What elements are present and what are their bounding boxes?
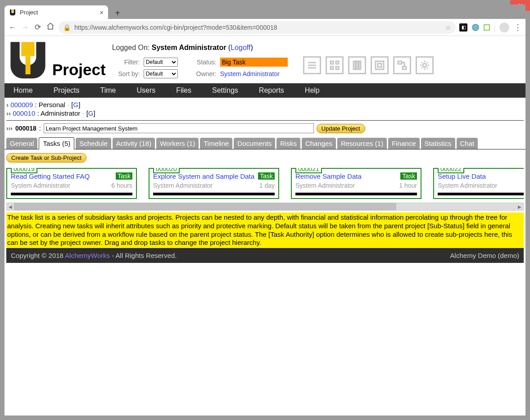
settings-icon[interactable]: [416, 56, 434, 74]
task-number: 000019: [11, 168, 37, 173]
svg-rect-14: [378, 63, 381, 67]
tab-resources[interactable]: Resources (1): [337, 138, 387, 149]
nav-users[interactable]: Users: [132, 86, 160, 95]
task-card[interactable]: 000019 Read Getting Started FAQ Task Sys…: [6, 168, 137, 199]
update-project-button[interactable]: Update Project: [317, 124, 365, 133]
extension-icon-2[interactable]: [472, 24, 479, 31]
tab-tasks[interactable]: Tasks (5): [39, 137, 74, 149]
tab-finance[interactable]: Finance: [388, 138, 419, 149]
logoff-link[interactable]: Logoff: [231, 44, 250, 51]
forward-button: →: [21, 23, 30, 32]
header-info: Logged On: System Administrator (Logoff)…: [112, 44, 434, 81]
back-button[interactable]: ←: [8, 23, 17, 32]
url-text: https://www.alchemyworks.com/cgi-bin/pro…: [74, 24, 442, 31]
svg-point-17: [423, 63, 426, 67]
nav-settings[interactable]: Settings: [208, 86, 243, 95]
sortby-select[interactable]: Default: [144, 69, 178, 78]
nav-home[interactable]: Home: [9, 86, 37, 95]
task-progress: [295, 193, 417, 195]
svg-rect-16: [403, 67, 406, 69]
task-title-link[interactable]: Remove Sample Data: [295, 172, 362, 180]
svg-rect-7: [336, 61, 339, 64]
breadcrumb-g-link[interactable]: G: [88, 109, 94, 117]
task-card[interactable]: 000021 Remove Sample Data Task System Ad…: [291, 168, 421, 199]
tab-workers[interactable]: Workers (1): [156, 138, 199, 149]
tab-statistics[interactable]: Statistics: [421, 138, 455, 149]
svg-rect-2: [25, 56, 30, 74]
footer-right: Alchemy Demo (demo): [450, 252, 519, 259]
project-name-input[interactable]: [44, 123, 314, 133]
scroll-thumb[interactable]: [14, 203, 396, 210]
nav-projects[interactable]: Projects: [49, 86, 84, 95]
task-card[interactable]: 000020 Explore System and Sample Data Ta…: [149, 168, 279, 199]
tab-activity[interactable]: Activity (18): [113, 138, 155, 149]
task-time: 1 day: [259, 182, 275, 189]
footer-copyright: Copyright © 2018: [11, 252, 65, 259]
task-time: 1 hour: [399, 182, 417, 189]
view-icons: [303, 56, 434, 80]
breadcrumb-g-link[interactable]: G: [73, 101, 78, 108]
app-logo-icon: [7, 39, 49, 81]
tab-documents[interactable]: Documents: [234, 138, 275, 149]
browser-menu-icon[interactable]: ⋮: [514, 23, 522, 32]
new-tab-button[interactable]: +: [112, 7, 123, 19]
task-card[interactable]: 000022 Setup Live Data System Administra…: [433, 168, 524, 199]
tab-timeline[interactable]: Timeline: [200, 138, 232, 149]
extension-icon-1[interactable]: ◧: [459, 23, 467, 32]
browser-tab[interactable]: Project ×: [5, 5, 108, 19]
scroll-right-icon[interactable]: ▶: [516, 203, 523, 210]
tab-changes[interactable]: Changes: [302, 138, 336, 149]
breadcrumb-row: ›› 000010 : Administrator - [G]: [6, 109, 524, 117]
breadcrumb-id-link[interactable]: 000010: [13, 109, 35, 117]
task-title-link[interactable]: Explore System and Sample Data: [153, 172, 254, 180]
home-button[interactable]: [46, 22, 55, 32]
nav-files[interactable]: Files: [172, 86, 196, 95]
tab-general[interactable]: General: [6, 138, 37, 149]
tasks-area: Create Task or Sub-Project 000019 Read G…: [5, 149, 525, 200]
footer-rights: - All Rights Reserved.: [110, 252, 177, 259]
task-number: 000020: [153, 168, 180, 173]
status-value: Big Task: [220, 58, 288, 67]
svg-rect-13: [376, 61, 384, 69]
task-title-link[interactable]: Read Getting Started FAQ: [11, 172, 90, 180]
tab-close-icon[interactable]: ×: [100, 9, 104, 16]
lock-icon: 🔒: [63, 24, 71, 31]
scroll-left-icon[interactable]: ◀: [7, 203, 14, 210]
filter-select[interactable]: Default: [144, 58, 178, 67]
view-grid-icon[interactable]: [326, 56, 344, 74]
view-target-icon[interactable]: [371, 56, 389, 74]
horizontal-scrollbar[interactable]: ◀ ▶: [6, 203, 524, 211]
extension-icon-3[interactable]: [484, 24, 490, 31]
reload-button[interactable]: ⟳: [33, 23, 42, 32]
create-task-button[interactable]: Create Task or Sub-Project: [6, 153, 86, 163]
status-label: Status:: [189, 59, 217, 66]
tab-chat[interactable]: Chat: [457, 138, 478, 149]
filter-label: Filter:: [112, 59, 140, 66]
breadcrumb-id-link[interactable]: 000009: [10, 101, 33, 108]
star-icon[interactable]: ☆: [445, 24, 451, 31]
nav-help[interactable]: Help: [300, 86, 324, 95]
tab-schedule[interactable]: Schedule: [76, 138, 111, 149]
footer-company-link[interactable]: AlchemyWorks: [65, 252, 110, 259]
page-viewport: Project Logged On: System Administrator …: [5, 36, 525, 415]
view-flow-icon[interactable]: [393, 56, 411, 74]
project-tabs: General Tasks (5) Schedule Activity (18)…: [5, 137, 525, 149]
nav-time[interactable]: Time: [95, 86, 120, 95]
svg-rect-0: [12, 9, 14, 12]
view-columns-icon[interactable]: [348, 56, 366, 74]
view-list-icon[interactable]: [303, 56, 321, 74]
task-badge: Task: [400, 172, 417, 180]
task-owner: System Administrator: [11, 182, 70, 189]
nav-reports[interactable]: Reports: [254, 86, 289, 95]
divider: [6, 120, 524, 121]
svg-rect-8: [331, 67, 333, 69]
owner-label: Owner:: [189, 70, 217, 77]
owner-link[interactable]: System Administrator: [220, 70, 280, 77]
sortby-label: Sort by:: [112, 70, 140, 77]
task-number: 000022: [438, 168, 464, 173]
task-title-link[interactable]: Setup Live Data: [438, 172, 486, 180]
address-bar[interactable]: 🔒 https://www.alchemyworks.com/cgi-bin/p…: [59, 21, 456, 34]
tab-risks[interactable]: Risks: [276, 138, 300, 149]
task-badge: Task: [116, 172, 132, 180]
profile-avatar-icon[interactable]: [499, 23, 509, 32]
